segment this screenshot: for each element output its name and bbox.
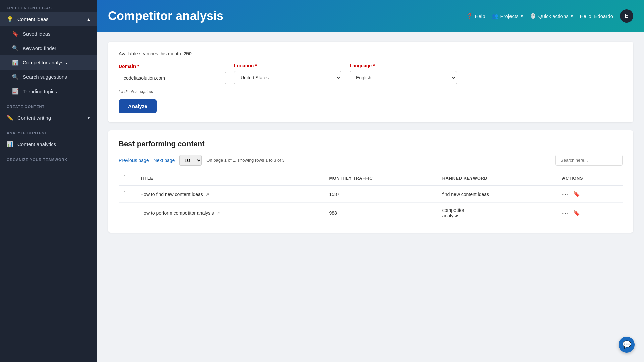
- quick-actions-chevron-icon: ▾: [571, 13, 573, 19]
- sidebar-item-keyword-finder[interactable]: 🔍 Keyword finder: [0, 41, 97, 55]
- row2-title-cell: How to perform competitor analysis ↗: [135, 203, 324, 223]
- sidebar-item-saved-ideas[interactable]: 🔖 Saved ideas: [0, 26, 97, 41]
- row2-keyword-cell: competitor analysis: [437, 203, 557, 223]
- prev-page-button[interactable]: Previous page: [119, 158, 149, 163]
- row2-actions: ··· 🔖: [562, 209, 617, 217]
- language-group: Language * English French Spanish German…: [350, 63, 457, 84]
- form-row: Domain * Location * United States United…: [119, 63, 623, 84]
- greeting-text: Hello, Edoardo: [580, 13, 613, 19]
- help-button[interactable]: ❓ Help: [467, 13, 485, 19]
- row2-check-cell: [119, 203, 135, 223]
- row2-actions-cell: ··· 🔖: [557, 203, 623, 223]
- trending-icon: 📈: [12, 88, 19, 95]
- sidebar-item-search-suggestions[interactable]: 🔍 Search suggestions: [0, 70, 97, 84]
- sidebar-item-competitor-analysis[interactable]: 📊 Competitor analysis: [0, 55, 97, 70]
- location-required: *: [255, 63, 257, 68]
- row2-checkbox[interactable]: [124, 210, 129, 215]
- sidebar-item-trending-topics[interactable]: 📈 Trending topics: [0, 84, 97, 99]
- projects-button[interactable]: 👥 Projects ▾: [492, 13, 523, 19]
- row2-traffic-cell: 988: [324, 203, 437, 223]
- sidebar-item-content-analytics[interactable]: 📊 Content analytics: [0, 137, 97, 152]
- form-card: Available searches this month: 250 Domai…: [108, 42, 633, 122]
- edit-icon: ✏️: [7, 115, 13, 121]
- avatar[interactable]: E: [620, 9, 633, 23]
- keyword-column-header: RANKED KEYWORD: [437, 171, 557, 186]
- bulb-icon: 💡: [7, 16, 13, 22]
- domain-label: Domain *: [119, 64, 226, 69]
- projects-chevron-icon: ▾: [521, 13, 523, 19]
- header-nav: ❓ Help 👥 Projects ▾ 🖱️ Quick actions ▾ H…: [467, 9, 633, 23]
- content-area: Available searches this month: 250 Domai…: [97, 32, 644, 362]
- sidebar-item-content-ideas[interactable]: 💡 Content ideas ▲: [0, 12, 97, 26]
- row2-more-button[interactable]: ···: [562, 209, 569, 217]
- required-note: * indicates required: [119, 89, 623, 94]
- select-all-header: [119, 171, 135, 186]
- select-all-checkbox[interactable]: [124, 175, 129, 180]
- chart-icon: 📊: [12, 59, 19, 66]
- projects-icon: 👥: [492, 13, 498, 19]
- table-search-input[interactable]: [555, 155, 623, 166]
- location-group: Location * United States United Kingdom …: [234, 63, 341, 84]
- analytics-icon: 📊: [7, 141, 13, 147]
- table-card: Best performing content Previous page Ne…: [108, 130, 633, 233]
- table-header-row: TITLE MONTHLY TRAFFIC RANKED KEYWORD ACT…: [119, 171, 623, 186]
- language-select[interactable]: English French Spanish German Italian: [350, 71, 457, 84]
- cursor-icon: 🖱️: [530, 13, 536, 19]
- page-title: Competitor analysis: [108, 9, 459, 23]
- row1-actions-cell: ··· 🔖: [557, 186, 623, 203]
- language-label: Language *: [350, 63, 457, 68]
- title-column-header: TITLE: [135, 171, 324, 186]
- search-icon: 🔍: [12, 45, 19, 51]
- chat-bubble-button[interactable]: 💬: [619, 337, 635, 353]
- sidebar-section-create: Create Content: [0, 99, 97, 111]
- search2-icon: 🔍: [12, 74, 19, 80]
- chat-icon: 💬: [622, 340, 631, 349]
- sidebar-section-find: Find Content Ideas: [0, 0, 97, 12]
- external-link-icon: ↗: [206, 192, 209, 197]
- sidebar: Find Content Ideas 💡 Content ideas ▲ 🔖 S…: [0, 0, 97, 362]
- table-controls: Previous page Next page 10 25 50 100 On …: [119, 155, 623, 166]
- next-page-button[interactable]: Next page: [154, 158, 175, 163]
- domain-input[interactable]: [119, 72, 226, 84]
- row1-traffic-cell: 1587: [324, 186, 437, 203]
- available-searches: Available searches this month: 250: [119, 51, 623, 56]
- row1-keyword-cell: find new content ideas: [437, 186, 557, 203]
- page-info: On page 1 of 1, showing rows 1 to 3 of 3: [206, 158, 551, 163]
- row1-checkbox[interactable]: [124, 191, 129, 196]
- external-link2-icon: ↗: [216, 210, 220, 216]
- row1-check-cell: [119, 186, 135, 203]
- help-icon: ❓: [467, 13, 473, 19]
- language-required: *: [373, 63, 375, 68]
- table-row: How to find new content ideas ↗ 1587 fin…: [119, 186, 623, 203]
- quick-actions-button[interactable]: 🖱️ Quick actions ▾: [530, 13, 573, 19]
- sidebar-item-content-writing[interactable]: ✏️ Content writing ▼: [0, 111, 97, 125]
- location-select[interactable]: United States United Kingdom Canada Aust…: [234, 71, 341, 84]
- row1-bookmark-button[interactable]: 🔖: [573, 191, 580, 197]
- results-table: TITLE MONTHLY TRAFFIC RANKED KEYWORD ACT…: [119, 171, 623, 223]
- row1-title-cell: How to find new content ideas ↗: [135, 186, 324, 203]
- actions-column-header: ACTIONS: [557, 171, 623, 186]
- location-label: Location *: [234, 63, 341, 68]
- row1-more-button[interactable]: ···: [562, 191, 569, 198]
- table-row: How to perform competitor analysis ↗ 988…: [119, 203, 623, 223]
- table-title: Best performing content: [119, 140, 623, 148]
- row1-actions: ··· 🔖: [562, 191, 617, 198]
- main-area: Competitor analysis ❓ Help 👥 Projects ▾ …: [97, 0, 644, 362]
- domain-required: *: [137, 64, 139, 69]
- sidebar-section-analyze: Analyze Content: [0, 125, 97, 137]
- page-header: Competitor analysis ❓ Help 👥 Projects ▾ …: [97, 0, 644, 32]
- traffic-column-header: MONTHLY TRAFFIC: [324, 171, 437, 186]
- analyze-button[interactable]: Analyze: [119, 99, 157, 113]
- bookmark-icon: 🔖: [12, 31, 19, 37]
- domain-group: Domain *: [119, 64, 226, 84]
- per-page-select[interactable]: 10 25 50 100: [179, 155, 202, 166]
- sidebar-section-organize: Organize Your Teamwork: [0, 152, 97, 164]
- row2-bookmark-button[interactable]: 🔖: [573, 210, 580, 216]
